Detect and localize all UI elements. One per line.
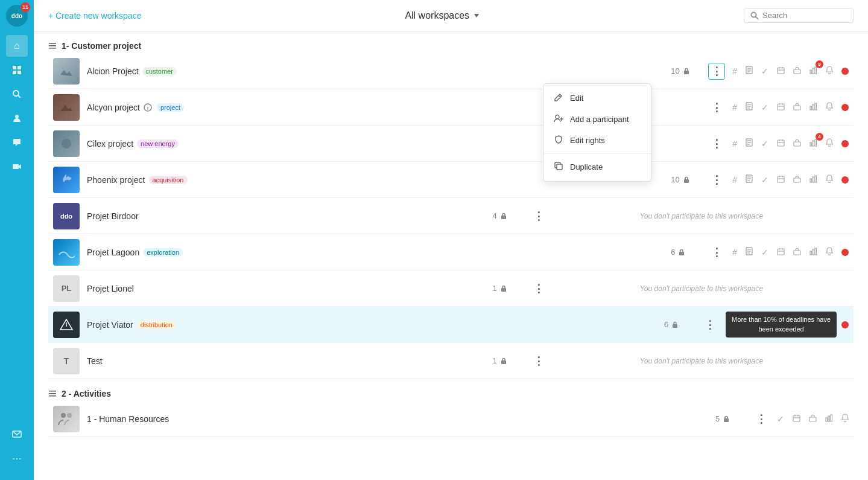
section-header-2: 2 - Activities bbox=[48, 389, 854, 398]
chart-icon-container[interactable]: 9 bbox=[809, 66, 817, 76]
more-options-button[interactable]: ⋮ bbox=[530, 208, 547, 225]
doc-icon[interactable] bbox=[746, 138, 753, 149]
pencil-icon bbox=[553, 93, 564, 103]
more-options-button[interactable]: ⋮ bbox=[708, 171, 725, 188]
calendar-icon[interactable] bbox=[777, 248, 785, 257]
svg-rect-107 bbox=[826, 418, 828, 421]
hash-icon[interactable]: # bbox=[732, 175, 737, 185]
svg-rect-89 bbox=[813, 249, 814, 255]
check-icon[interactable]: ✓ bbox=[761, 103, 768, 112]
bell-icon[interactable] bbox=[841, 414, 849, 424]
workspace-row[interactable]: Alcyon project i project ⋮ # ✓ bbox=[48, 89, 854, 126]
workspace-row[interactable]: 1 - Human Resources 5 ⋮ ✓ bbox=[48, 401, 854, 437]
workspace-row[interactable]: Projet Lagoon exploration 6 ⋮ # ✓ bbox=[48, 234, 854, 270]
chart-badge-container[interactable]: 4 bbox=[809, 139, 817, 149]
bell-icon[interactable] bbox=[826, 138, 833, 149]
edit-menu-item[interactable]: Edit bbox=[543, 88, 651, 109]
workspace-row[interactable]: ddo Projet Birdoor 4 ⋮ You don't partici… bbox=[48, 198, 854, 234]
briefcase-icon[interactable] bbox=[793, 66, 801, 76]
check-icon[interactable]: ✓ bbox=[761, 66, 768, 76]
workspace-row[interactable]: Alcion Project customer 10 ⋮ # ✓ bbox=[48, 53, 854, 89]
svg-rect-106 bbox=[809, 417, 816, 421]
workspace-row[interactable]: Cilex project new energy ⋮ # ✓ 4 bbox=[48, 126, 854, 162]
calendar-icon[interactable] bbox=[793, 414, 800, 424]
duplicate-label: Duplicate bbox=[570, 162, 603, 171]
add-participant-menu-item[interactable]: Add a participant bbox=[543, 109, 651, 130]
calendar-icon[interactable] bbox=[777, 66, 785, 76]
briefcase-icon[interactable] bbox=[793, 248, 801, 257]
doc-icon[interactable] bbox=[746, 247, 753, 257]
more-options-button[interactable]: ⋮ bbox=[753, 411, 770, 427]
svg-point-33 bbox=[556, 115, 559, 119]
workspace-row[interactable]: Phoenix project acquisition 10 ⋮ # ✓ bbox=[48, 162, 854, 198]
hash-icon[interactable]: # bbox=[732, 139, 737, 149]
bell-icon[interactable] bbox=[826, 66, 833, 76]
more-options-button[interactable]: ⋮ bbox=[530, 353, 547, 370]
more-options-button[interactable]: ⋮ bbox=[708, 99, 725, 116]
check-icon[interactable]: ✓ bbox=[761, 139, 768, 149]
hash-icon[interactable]: # bbox=[732, 103, 737, 112]
profile-nav-icon[interactable] bbox=[6, 107, 28, 129]
chart-icon[interactable] bbox=[809, 248, 817, 257]
workspace-name: Phoenix project acquisition bbox=[87, 175, 188, 185]
calendar-icon[interactable] bbox=[777, 139, 785, 149]
doc-icon[interactable] bbox=[746, 174, 753, 185]
check-icon[interactable]: ✓ bbox=[761, 175, 768, 185]
svg-rect-61 bbox=[810, 142, 812, 146]
grid-icon[interactable] bbox=[6, 59, 28, 81]
hash-icon[interactable]: # bbox=[732, 248, 737, 257]
svg-text:i: i bbox=[147, 105, 149, 111]
bell-icon[interactable] bbox=[826, 102, 833, 112]
svg-rect-102 bbox=[793, 415, 800, 421]
briefcase-icon[interactable] bbox=[793, 103, 801, 112]
search-input[interactable] bbox=[762, 11, 847, 20]
check-icon[interactable]: ✓ bbox=[777, 414, 784, 424]
create-workspace-button[interactable]: + Create new workspace bbox=[48, 11, 141, 21]
chart-icon[interactable] bbox=[809, 175, 817, 185]
participant-count: 10 bbox=[671, 175, 701, 184]
workspace-icons: # ✓ bbox=[732, 247, 849, 257]
briefcase-icon[interactable] bbox=[809, 414, 817, 424]
more-options-button[interactable]: ⋮ bbox=[530, 280, 547, 297]
video-nav-icon[interactable] bbox=[6, 156, 28, 178]
badge-4: 4 bbox=[816, 133, 823, 141]
briefcase-icon[interactable] bbox=[793, 139, 801, 149]
chart-icon[interactable] bbox=[809, 103, 817, 112]
menu-divider bbox=[543, 153, 651, 154]
deadline-tooltip: More than 10% of deadlines havebeen exce… bbox=[726, 312, 837, 338]
content-area: 1- Customer project Alcion Project custo… bbox=[34, 31, 868, 480]
check-icon[interactable]: ✓ bbox=[761, 248, 768, 257]
workspace-filter[interactable]: All workspaces bbox=[405, 10, 480, 21]
edit-rights-menu-item[interactable]: Edit rights bbox=[543, 130, 651, 151]
more-options-button[interactable]: ⋮ bbox=[708, 244, 725, 261]
more-nav-icon[interactable]: ⋯ bbox=[6, 447, 28, 469]
svg-rect-94 bbox=[673, 324, 677, 328]
doc-icon[interactable] bbox=[746, 102, 753, 112]
duplicate-menu-item[interactable]: Duplicate bbox=[543, 156, 651, 178]
search-nav-icon[interactable] bbox=[6, 83, 28, 105]
workspace-row[interactable]: T Test 1 ⋮ You don't participate to this… bbox=[48, 343, 854, 379]
svg-point-8 bbox=[15, 115, 19, 118]
bell-icon[interactable] bbox=[826, 247, 833, 257]
participant-count: 1 bbox=[493, 356, 523, 365]
calendar-icon[interactable] bbox=[777, 175, 785, 185]
more-options-button[interactable]: ⋮ bbox=[708, 135, 725, 152]
chart-icon[interactable] bbox=[825, 414, 833, 424]
workspace-row[interactable]: PL Projet Lionel 1 ⋮ You don't participa… bbox=[48, 270, 854, 307]
doc-icon[interactable] bbox=[746, 66, 753, 76]
calendar-icon[interactable] bbox=[777, 103, 785, 112]
hash-icon[interactable]: # bbox=[732, 66, 737, 76]
more-options-button[interactable]: ⋮ bbox=[708, 63, 725, 80]
briefcase-icon[interactable] bbox=[793, 175, 801, 185]
mail-nav-icon[interactable] bbox=[6, 423, 28, 445]
workspace-row[interactable]: Projet Viator distribution 6 ⋮ More than… bbox=[48, 307, 854, 343]
workspace-name: Projet Lionel bbox=[87, 284, 183, 293]
svg-rect-24 bbox=[778, 68, 784, 74]
more-options-button[interactable]: ⋮ bbox=[702, 316, 718, 333]
bell-icon[interactable] bbox=[826, 174, 833, 185]
chat-nav-icon[interactable] bbox=[6, 132, 28, 153]
avatar[interactable]: ddo 11 bbox=[6, 5, 28, 27]
home-icon[interactable]: ⌂ bbox=[6, 35, 28, 57]
workspace-tag: new energy bbox=[137, 139, 179, 148]
lock-icon bbox=[499, 284, 508, 293]
